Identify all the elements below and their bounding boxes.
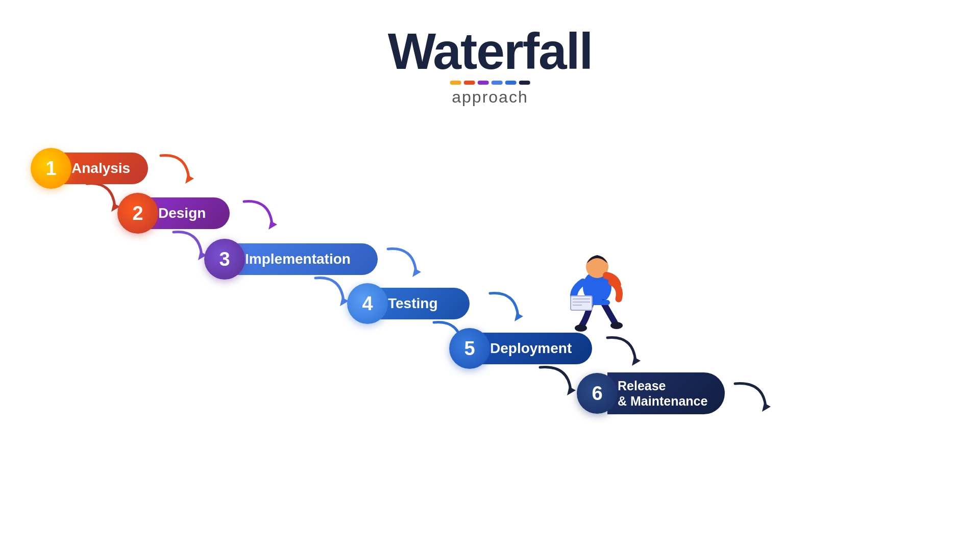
arrow-2	[82, 179, 122, 219]
arrow-11	[730, 379, 776, 419]
dot-6	[519, 81, 530, 85]
arrow-5	[383, 244, 424, 285]
step-2-label: Design	[148, 197, 230, 229]
svg-point-17	[575, 324, 587, 332]
title-dots	[388, 81, 593, 85]
step-6: 6 Release & Maintenance	[577, 372, 725, 414]
svg-marker-9	[567, 387, 576, 395]
step-5-label: Deployment	[480, 333, 592, 364]
step-6-label-line2: & Maintenance	[618, 393, 707, 409]
svg-rect-13	[571, 296, 592, 310]
step-5: 5 Deployment	[449, 328, 592, 369]
step-6-label-line1: Release	[618, 378, 666, 393]
arrow-6	[310, 273, 351, 314]
svg-marker-4	[412, 268, 421, 277]
step-5-circle: 5	[449, 328, 490, 369]
step-3-circle: 3	[204, 239, 245, 280]
arrow-7	[485, 288, 526, 329]
dot-1	[450, 81, 461, 85]
dot-4	[491, 81, 502, 85]
svg-marker-2	[268, 221, 277, 230]
arrow-3	[239, 196, 280, 237]
title-approach: approach	[388, 88, 593, 107]
step-3: 3 Implementation	[204, 239, 378, 280]
step-6-label: Release & Maintenance	[607, 372, 725, 414]
svg-marker-8	[632, 357, 641, 366]
svg-marker-0	[185, 175, 194, 184]
step-4-circle: 4	[347, 283, 388, 324]
step-2-circle: 2	[117, 193, 158, 234]
arrow-10	[535, 362, 581, 403]
step-1-label: Analysis	[61, 153, 148, 184]
step-2: 2 Design	[117, 193, 230, 234]
svg-marker-6	[514, 313, 523, 321]
step-3-label: Implementation	[235, 243, 378, 275]
step-4-label: Testing	[378, 288, 470, 319]
arrow-4	[168, 227, 209, 268]
step-1-circle: 1	[31, 148, 71, 189]
title-area: Waterfall approach	[388, 26, 593, 107]
dot-3	[477, 81, 488, 85]
svg-point-18	[610, 322, 623, 329]
person-illustration	[551, 239, 628, 341]
svg-marker-10	[762, 403, 771, 412]
step-1: 1 Analysis	[31, 148, 148, 189]
dot-5	[505, 81, 516, 85]
step-6-circle: 6	[577, 373, 618, 414]
dot-2	[463, 81, 475, 85]
arrow-1	[156, 151, 197, 191]
step-4: 4 Testing	[347, 283, 470, 324]
title-waterfall: Waterfall	[388, 26, 593, 77]
